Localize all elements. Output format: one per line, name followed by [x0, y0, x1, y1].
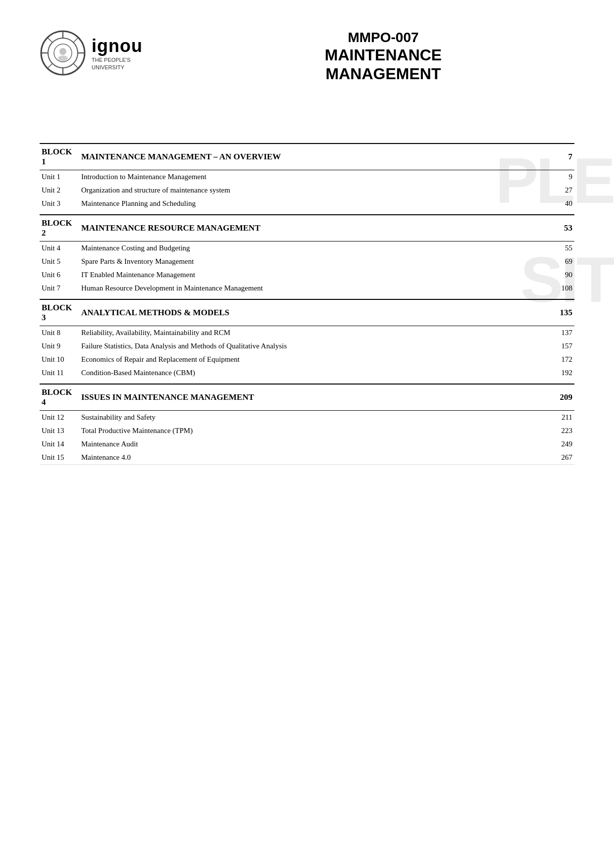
- unit-label: Unit 1: [40, 170, 79, 184]
- course-title-line2: MANAGEMENT: [192, 64, 574, 83]
- unit-page: 9: [545, 170, 574, 184]
- unit-label: Unit 13: [40, 424, 79, 437]
- unit-title: Failure Statistics, Data Analysis and Me…: [79, 339, 545, 353]
- unit-title: Condition-Based Maintenance (CBM): [79, 366, 545, 380]
- unit-row-block4-1: Unit 13 Total Productive Maintenance (TP…: [40, 424, 574, 437]
- header-title-block: MMPO-007 MAINTENANCE MANAGEMENT: [143, 30, 574, 84]
- unit-page: 267: [545, 451, 574, 465]
- unit-title: Maintenance Costing and Budgeting: [79, 241, 545, 255]
- unit-row-block3-0: Unit 8 Reliability, Availability, Mainta…: [40, 326, 574, 339]
- unit-page: 172: [545, 353, 574, 366]
- unit-row-block3-3: Unit 11 Condition-Based Maintenance (CBM…: [40, 366, 574, 380]
- unit-page: 137: [545, 326, 574, 339]
- unit-page: 249: [545, 437, 574, 451]
- block-title-block3: ANALYTICAL METHODS & MODELS: [79, 299, 545, 326]
- unit-row-block4-3: Unit 15 Maintenance 4.0 267: [40, 451, 574, 465]
- block-row-block4: BLOCK 4 ISSUES IN MAINTENANCE MANAGEMENT…: [40, 384, 574, 411]
- logo-name: ignou: [92, 36, 143, 56]
- svg-line-9: [74, 37, 79, 42]
- unit-title: Reliability, Availability, Maintainabili…: [79, 326, 545, 339]
- unit-page: 90: [545, 268, 574, 282]
- unit-label: Unit 11: [40, 366, 79, 380]
- unit-title: Human Resource Development in Maintenanc…: [79, 282, 545, 295]
- unit-title: Economics of Repair and Replacement of E…: [79, 353, 545, 366]
- unit-label: Unit 4: [40, 241, 79, 255]
- unit-title: Total Productive Maintenance (TPM): [79, 424, 545, 437]
- unit-page: 192: [545, 366, 574, 380]
- block-page-block3: 135: [545, 299, 574, 326]
- block-title-block4: ISSUES IN MAINTENANCE MANAGEMENT: [79, 384, 545, 411]
- unit-title: Organization and structure of maintenanc…: [79, 184, 545, 197]
- unit-title: Introduction to Maintenance Management: [79, 170, 545, 184]
- block-label-block3: BLOCK 3: [40, 299, 79, 326]
- unit-label: Unit 3: [40, 197, 79, 210]
- unit-label: Unit 9: [40, 339, 79, 353]
- unit-title: Maintenance Audit: [79, 437, 545, 451]
- block-label-block1: BLOCK 1: [40, 144, 79, 170]
- unit-title: Maintenance 4.0: [79, 451, 545, 465]
- toc-separator: [40, 380, 574, 384]
- block-title-block2: MAINTENANCE RESOURCE MANAGEMENT: [79, 215, 545, 241]
- unit-page: 108: [545, 282, 574, 295]
- unit-label: Unit 8: [40, 326, 79, 339]
- unit-label: Unit 10: [40, 353, 79, 366]
- unit-title: Maintenance Planning and Scheduling: [79, 197, 545, 210]
- unit-row-block1-0: Unit 1 Introduction to Maintenance Manag…: [40, 170, 574, 184]
- unit-row-block3-1: Unit 9 Failure Statistics, Data Analysis…: [40, 339, 574, 353]
- unit-label: Unit 2: [40, 184, 79, 197]
- ignou-logo-icon: [40, 30, 87, 77]
- block-page-block4: 209: [545, 384, 574, 411]
- unit-row-block2-1: Unit 5 Spare Parts & Inventory Managemen…: [40, 255, 574, 268]
- block-row-block1: BLOCK 1 MAINTENANCE MANAGEMENT – AN OVER…: [40, 144, 574, 170]
- unit-label: Unit 12: [40, 410, 79, 424]
- course-code: MMPO-007: [192, 30, 574, 46]
- unit-page: 69: [545, 255, 574, 268]
- course-title-line1: MAINTENANCE: [192, 46, 574, 64]
- unit-row-block2-0: Unit 4 Maintenance Costing and Budgeting…: [40, 241, 574, 255]
- unit-label: Unit 6: [40, 268, 79, 282]
- unit-page: 27: [545, 184, 574, 197]
- svg-line-7: [47, 37, 52, 42]
- unit-label: Unit 5: [40, 255, 79, 268]
- block-label-block2: BLOCK 2: [40, 215, 79, 241]
- block-row-block3: BLOCK 3 ANALYTICAL METHODS & MODELS 135: [40, 299, 574, 326]
- toc-separator: [40, 295, 574, 299]
- unit-page: 55: [545, 241, 574, 255]
- toc-separator: [40, 210, 574, 215]
- unit-label: Unit 7: [40, 282, 79, 295]
- block-title-block1: MAINTENANCE MANAGEMENT – AN OVERVIEW: [79, 144, 545, 170]
- unit-row-block1-2: Unit 3 Maintenance Planning and Scheduli…: [40, 197, 574, 210]
- unit-label: Unit 15: [40, 451, 79, 465]
- svg-line-10: [47, 64, 52, 69]
- block-label-block4: BLOCK 4: [40, 384, 79, 411]
- unit-title: Spare Parts & Inventory Management: [79, 255, 545, 268]
- svg-point-12: [58, 55, 68, 61]
- block-page-block2: 53: [545, 215, 574, 241]
- unit-row-block4-0: Unit 12 Sustainability and Safety 211: [40, 410, 574, 424]
- unit-title: Sustainability and Safety: [79, 410, 545, 424]
- logo-text: ignou THE PEOPLE'S UNIVERSITY: [92, 36, 143, 71]
- toc-container: BLOCK 1 MAINTENANCE MANAGEMENT – AN OVER…: [40, 143, 574, 465]
- unit-title: IT Enabled Maintenance Management: [79, 268, 545, 282]
- header: ignou THE PEOPLE'S UNIVERSITY MMPO-007 M…: [40, 30, 574, 84]
- svg-point-11: [59, 48, 66, 55]
- logo-container: ignou THE PEOPLE'S UNIVERSITY: [40, 30, 143, 77]
- block-row-block2: BLOCK 2 MAINTENANCE RESOURCE MANAGEMENT …: [40, 215, 574, 241]
- unit-page: 211: [545, 410, 574, 424]
- unit-label: Unit 14: [40, 437, 79, 451]
- logo-tagline-2: UNIVERSITY: [92, 64, 143, 71]
- unit-page: 40: [545, 197, 574, 210]
- logo-tagline-1: THE PEOPLE'S: [92, 56, 143, 63]
- unit-page: 157: [545, 339, 574, 353]
- unit-row-block1-1: Unit 2 Organization and structure of mai…: [40, 184, 574, 197]
- svg-line-8: [74, 64, 79, 69]
- unit-page: 223: [545, 424, 574, 437]
- unit-row-block2-2: Unit 6 IT Enabled Maintenance Management…: [40, 268, 574, 282]
- unit-row-block3-2: Unit 10 Economics of Repair and Replacem…: [40, 353, 574, 366]
- toc-table: BLOCK 1 MAINTENANCE MANAGEMENT – AN OVER…: [40, 143, 574, 465]
- block-page-block1: 7: [545, 144, 574, 170]
- page: ignou THE PEOPLE'S UNIVERSITY MMPO-007 M…: [0, 0, 614, 868]
- unit-row-block4-2: Unit 14 Maintenance Audit 249: [40, 437, 574, 451]
- unit-row-block2-3: Unit 7 Human Resource Development in Mai…: [40, 282, 574, 295]
